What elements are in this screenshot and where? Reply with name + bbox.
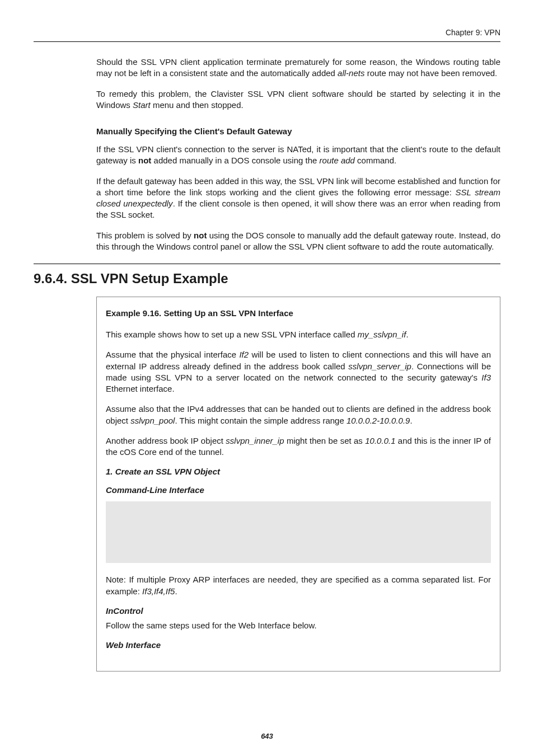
- text: If the default gateway has been added in…: [96, 176, 500, 197]
- paragraph: Follow the same steps used for the Web I…: [106, 620, 491, 631]
- text: .: [175, 586, 177, 596]
- code-block: [106, 501, 491, 563]
- body-column: Should the SSL VPN client application te…: [96, 57, 500, 252]
- text-italic: my_sslvpn_if: [358, 330, 406, 339]
- text: This problem is solved by: [96, 231, 194, 240]
- text-italic: If2: [239, 350, 249, 359]
- text: This example shows how to set up a new S…: [106, 330, 358, 339]
- text-italic: 10.0.0.1: [365, 436, 395, 445]
- text: .: [406, 330, 408, 339]
- text-italic: all-nets: [338, 68, 364, 78]
- page-number: 643: [0, 732, 534, 740]
- paragraph: If the SSL VPN client's connection to th…: [96, 144, 500, 167]
- text: .: [410, 416, 412, 425]
- section-rule: [34, 264, 500, 264]
- example-title: Example 9.16. Setting Up an SSL VPN Inte…: [106, 308, 491, 318]
- paragraph: Note: If multiple Proxy ARP interfaces a…: [106, 574, 491, 597]
- text: added manually in a DOS console using th…: [151, 156, 319, 165]
- text: command.: [355, 156, 396, 165]
- text-italic: sslvpn_inner_ip: [226, 436, 284, 445]
- paragraph: This problem is solved by not using the …: [96, 230, 500, 253]
- text: might then be set as: [284, 436, 366, 445]
- page-container: Chapter 9: VPN Should the SSL VPN client…: [0, 0, 534, 756]
- text-italic: sslvpn_server_ip: [348, 361, 411, 371]
- header-rule: [34, 41, 500, 42]
- text-bold: not: [138, 156, 151, 165]
- example-inner: Example 9.16. Setting Up an SSL VPN Inte…: [97, 297, 500, 671]
- paragraph: Assume also that the IPv4 addresses that…: [106, 403, 491, 426]
- example-box: Example 9.16. Setting Up an SSL VPN Inte…: [96, 297, 500, 672]
- text-bold: not: [194, 231, 207, 240]
- step-heading: 1. Create an SSL VPN Object: [106, 467, 491, 476]
- text: route may not have been removed.: [364, 68, 497, 78]
- paragraph: If the default gateway has been added in…: [96, 176, 500, 221]
- text-italic: Start: [133, 100, 151, 110]
- chapter-label: Chapter 9: VPN: [34, 28, 500, 37]
- text-italic: If3,If4,If5: [142, 586, 175, 596]
- paragraph: Another address book IP object sslvpn_in…: [106, 435, 491, 458]
- incontrol-heading: InControl: [106, 606, 491, 616]
- text: Ethernet interface.: [106, 384, 175, 393]
- text-italic: sslvpn_pool: [130, 416, 175, 425]
- text: menu and then stopped.: [151, 100, 243, 110]
- text-italic: route add: [320, 156, 355, 165]
- cli-heading: Command-Line Interface: [106, 485, 491, 495]
- text-italic: 10.0.0.2-10.0.0.9: [346, 416, 410, 425]
- text: Assume that the physical interface: [106, 350, 239, 359]
- text: . This might contain the simple address …: [175, 416, 346, 425]
- paragraph: Should the SSL VPN client application te…: [96, 57, 500, 79]
- paragraph: Assume that the physical interface If2 w…: [106, 349, 491, 395]
- paragraph: To remedy this problem, the Clavister SS…: [96, 88, 500, 111]
- text: Another address book IP object: [106, 436, 226, 445]
- web-interface-heading: Web Interface: [106, 640, 491, 650]
- paragraph: This example shows how to set up a new S…: [106, 329, 491, 340]
- subheading-manual-gateway: Manually Specifying the Client's Default…: [96, 126, 500, 136]
- section-heading: 9.6.4. SSL VPN Setup Example: [34, 271, 500, 287]
- text-italic: If3: [481, 373, 491, 382]
